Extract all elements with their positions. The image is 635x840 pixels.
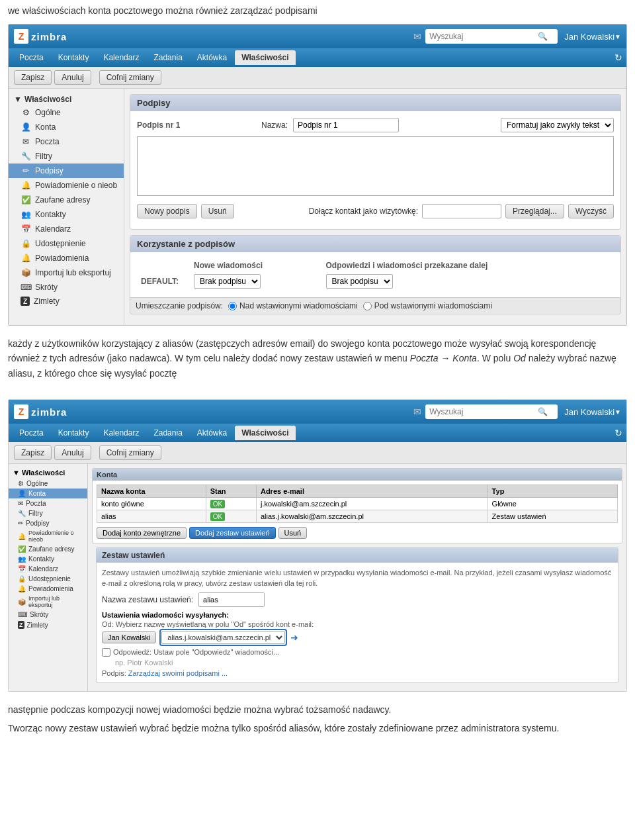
browse-button[interactable]: Przeglądaj...	[505, 204, 564, 218]
new-signature-button[interactable]: Nowy podpis	[137, 204, 197, 218]
nav-kalendarz-2[interactable]: Kalendarz	[97, 426, 146, 440]
nav-kontakty-2[interactable]: Kontakty	[52, 426, 96, 440]
nav-bar-1: Poczta Kontakty Kalendarz Zadania Aktówk…	[9, 48, 626, 67]
radio-above-input[interactable]	[228, 302, 237, 310]
undo-button-1[interactable]: Cofnij zmiany	[99, 70, 161, 85]
sidebar2-kontakty[interactable]: 👥Kontakty	[9, 554, 87, 564]
odpowiedz-checkbox[interactable]	[102, 648, 110, 657]
sidebar-item-kontakty-1[interactable]: 👥 Kontakty	[9, 207, 124, 222]
sidebar-item-importuj-1[interactable]: 📦 Importuj lub eksportuj	[9, 265, 124, 280]
sidebar2-filtry[interactable]: 🔧Filtry	[9, 508, 87, 518]
zimbra-z-icon-2: Z	[14, 404, 28, 419]
konta-email-1: j.kowalski@am.szczecin.pl	[256, 498, 487, 510]
add-settings-set-button[interactable]: Dodaj zestaw ustawień	[189, 527, 276, 539]
sidebar-item-konta-1[interactable]: 👤 Konta	[9, 120, 124, 134]
sidebar-section-2: ▼ Właściwości	[9, 467, 87, 479]
nav-poczta-2[interactable]: Poczta	[13, 426, 50, 440]
save-button-2[interactable]: Zapisz	[14, 445, 52, 460]
search-icon-2[interactable]: 🔍	[538, 407, 548, 416]
nav-kontakty-1[interactable]: Kontakty	[52, 50, 96, 65]
odpowiedz-check-row: Odpowiedź: Ustaw pole "Odpowiedz" wiadom…	[102, 648, 613, 657]
sidebar-item-udostepnienie-1[interactable]: 🔒 Udostępnienie	[9, 236, 124, 251]
clear-button[interactable]: Wyczyść	[568, 204, 614, 218]
sidebar-item-ogolne-1[interactable]: ⚙ Ogólne	[9, 105, 124, 120]
sidebar2-ogolne[interactable]: ⚙Ogólne	[9, 479, 87, 489]
filter-icon-1: 🔧	[21, 151, 31, 162]
sidebar2-poczta[interactable]: ✉Poczta	[9, 498, 87, 508]
search-bar-1[interactable]: 🔍	[425, 29, 558, 44]
sidebar-item-filtry-1[interactable]: 🔧 Filtry	[9, 149, 124, 163]
search-input-2[interactable]	[429, 407, 535, 416]
sidebar2-konta[interactable]: 👤Konta	[9, 489, 87, 498]
zestaw-name-input[interactable]	[198, 592, 265, 607]
undo-button-2[interactable]: Cofnij zmiany	[99, 445, 161, 460]
sidebar2-kalendarz[interactable]: 📅Kalendarz	[9, 564, 87, 574]
sidebar-item-poczta-1[interactable]: ✉ Poczta	[9, 134, 124, 149]
nav-aktowka-2[interactable]: Aktówka	[190, 426, 233, 440]
nav-aktowka-1[interactable]: Aktówka	[190, 50, 233, 65]
refresh-icon-2[interactable]: ↻	[614, 428, 622, 438]
delete-signature-button[interactable]: Usuń	[201, 204, 234, 218]
sidebar-item-powiadomienia-1[interactable]: 🔔 Powiadomienia	[9, 251, 124, 265]
search-bar-2[interactable]: 🔍	[425, 404, 558, 419]
sidebar-triangle-1: ▼	[14, 95, 22, 104]
signature-name-left: Podpis nr 1	[137, 120, 256, 130]
user-dropdown-2[interactable]: ▼	[614, 408, 621, 416]
sidebar2-skroty[interactable]: ⌨Skróty	[9, 610, 87, 620]
save-button-1[interactable]: Zapisz	[14, 70, 52, 85]
sidebar2-zimlety[interactable]: ZZimlety	[9, 620, 87, 630]
nav-zadania-2[interactable]: Zadania	[147, 426, 189, 440]
konta-table-wrapper: Nazwa konta Stan Adres e-mail Typ konto …	[93, 481, 622, 543]
refresh-icon-1[interactable]: ↻	[614, 52, 622, 63]
format-select[interactable]: Formatuj jako zwykły tekst Formatuj jako…	[501, 118, 614, 132]
ok-badge-2: OK	[210, 512, 225, 521]
nav-wlasciwosci-1[interactable]: Właściwości	[235, 50, 295, 65]
manage-signatures-link[interactable]: Zarządzaj swoimi podpisami ...	[128, 669, 228, 677]
sidebar2-udostep[interactable]: 🔒Udostępnienie	[9, 574, 87, 584]
nav-kalendarz-1[interactable]: Kalendarz	[97, 50, 146, 65]
sidebar-item-skroty-1[interactable]: ⌨ Skróty	[9, 280, 124, 295]
sidebar-item-podpisy-1[interactable]: ✏ Podpisy	[9, 163, 124, 178]
nav-zadania-1[interactable]: Zadania	[147, 50, 189, 65]
icon-powiad2-2: 🔔	[18, 585, 26, 592]
default-new-select[interactable]: Brak podpisu Podpis nr 1	[194, 274, 261, 289]
add-external-account-button[interactable]: Dodaj konto zewnętrzne	[97, 527, 187, 539]
sidebar2-podpisy[interactable]: ✏Podpisy	[9, 518, 87, 528]
search-icon-1[interactable]: 🔍	[538, 32, 548, 41]
sidebar2-zaufane[interactable]: ✅Zaufane adresy	[9, 544, 87, 554]
jan-kowalski-button[interactable]: Jan Kowalski	[102, 631, 156, 643]
sidebar-item-zaufane-1[interactable]: ✅ Zaufane adresy	[9, 193, 124, 207]
konta-name-1: konto główne	[97, 498, 206, 510]
default-label: DEFAULT:	[137, 272, 190, 291]
zimbra-screenshot-2: Z zimbra ✉ 🔍 Jan Kowalski ▼ Poczta Konta…	[8, 399, 627, 692]
radio-below[interactable]: Pod wstawionymi wiadomościami	[363, 301, 492, 310]
konta-row-2: alias OK alias.j.kowalski@am.szczecin.pl…	[97, 510, 618, 523]
sidebar-item-zimlety-1[interactable]: Z Zimlety	[9, 295, 124, 308]
radio-above[interactable]: Nad wstawionymi wiadomościami	[228, 301, 358, 310]
cancel-button-1[interactable]: Anuluj	[54, 70, 91, 85]
zimbra-logo-1: Z zimbra	[14, 29, 67, 44]
content-1: Podpisy Podpis nr 1 Nazwa: Formatuj jako…	[124, 89, 626, 325]
page-intro-text: we właściwościach konta pocztowego można…	[0, 0, 635, 20]
alias-select[interactable]: alias.j.kowalski@am.szczecin.pl	[161, 631, 285, 644]
signature-textarea[interactable]	[137, 136, 614, 196]
konta-row-1: konto główne OK j.kowalski@am.szczecin.p…	[97, 498, 618, 510]
calendar-icon-1: 📅	[21, 224, 31, 234]
sidebar2-importuj[interactable]: 📦Importuj lub eksportuj	[9, 594, 87, 610]
odpowiedz-label: Odpowiedź: Ustaw pole "Odpowiedz" wiadom…	[102, 648, 613, 657]
attach-input[interactable]	[422, 204, 501, 218]
sidebar-item-kalendarz-1[interactable]: 📅 Kalendarz	[9, 222, 124, 236]
cancel-button-2[interactable]: Anuluj	[54, 445, 91, 460]
nav-poczta-1[interactable]: Poczta	[13, 50, 50, 65]
default-reply-select[interactable]: Brak podpisu Podpis nr 1	[326, 274, 393, 289]
sidebar-item-powiadomienie-1[interactable]: 🔔 Powiadomienie o nieob	[9, 178, 124, 193]
sidebar2-powiad2[interactable]: 🔔Powiadomienia	[9, 584, 87, 594]
delete-account-button[interactable]: Usuń	[278, 527, 308, 539]
nav-wlasciwosci-2[interactable]: Właściwości	[235, 426, 295, 440]
nazwa-input[interactable]	[293, 118, 399, 132]
sidebar2-powiad1[interactable]: 🔔Powiadomienie o nieob	[9, 528, 87, 544]
col-new-messages: Nowe wiadomości	[190, 259, 322, 272]
search-input-1[interactable]	[429, 32, 535, 41]
radio-below-input[interactable]	[363, 302, 372, 310]
user-dropdown-1[interactable]: ▼	[614, 33, 621, 40]
